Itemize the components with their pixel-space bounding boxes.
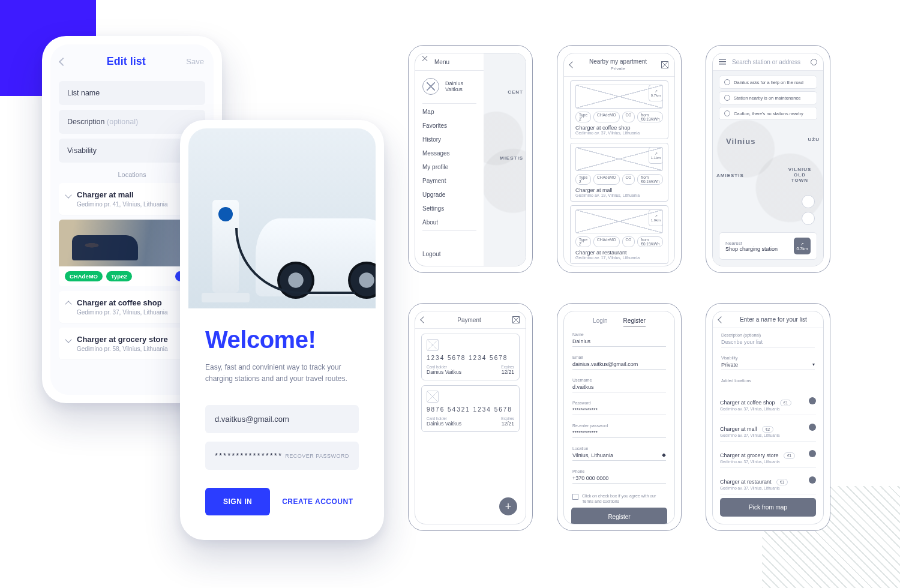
chip-chademo: CHAdeMO xyxy=(65,271,103,281)
wireframe-payment: Payment 1234 5678 1234 5678 Card holderD… xyxy=(408,303,533,531)
tab-register[interactable]: Register xyxy=(623,317,646,326)
recover-password-link[interactable]: RECOVER PASSWORD xyxy=(285,453,349,459)
credit-card[interactable]: 9876 54321 1234 5678 Card holderDainius … xyxy=(421,385,520,432)
added-location[interactable]: Charger at mall €2Gedimino av. 37, Vilni… xyxy=(720,419,816,442)
menu-item[interactable]: Upgrade xyxy=(415,188,484,202)
terms-checkbox[interactable]: Click on check box if you agree with our… xyxy=(572,493,666,504)
wireframe-register: LoginRegister NameDainius Emaildainius.v… xyxy=(557,303,682,531)
added-location[interactable]: Charger at restaurant €1Gedimino av. 37,… xyxy=(720,472,816,494)
search-icon[interactable] xyxy=(811,59,817,65)
description-field[interactable]: Describe your list xyxy=(721,337,815,347)
remove-icon[interactable] xyxy=(809,397,816,404)
wireframe-map-search: Search station or address Dainius asks f… xyxy=(706,45,830,273)
location-field[interactable]: Vilnius, Lithuania◆ xyxy=(572,451,666,461)
remove-icon[interactable] xyxy=(809,450,816,457)
back-icon[interactable] xyxy=(59,57,67,65)
tab-login[interactable]: Login xyxy=(593,317,607,326)
back-icon[interactable] xyxy=(420,316,427,323)
credit-card[interactable]: 1234 5678 1234 5678 Card holderDainius V… xyxy=(421,334,520,380)
menu-item[interactable]: History xyxy=(415,133,484,146)
username-field[interactable]: d.vaitkus xyxy=(572,382,666,392)
description-field[interactable]: Description (optional) xyxy=(59,110,205,134)
notification[interactable]: Station nearby is on maintenance xyxy=(719,91,817,104)
chevron-down-icon xyxy=(65,191,71,198)
map-preview: CENT MIESTIS xyxy=(484,53,526,266)
page-title: Edit list xyxy=(107,55,146,68)
chevron-up-icon xyxy=(65,301,71,307)
card-icon[interactable] xyxy=(512,316,520,323)
logout-link[interactable]: Logout xyxy=(415,247,484,261)
menu-item[interactable]: Messages xyxy=(415,146,484,160)
sign-in-button[interactable]: SIGN IN xyxy=(205,488,270,515)
wireframe-new-list: Enter a name for your list Description (… xyxy=(706,303,830,531)
notification[interactable]: Dainius asks for a help on the road xyxy=(719,76,817,89)
save-button[interactable]: Save xyxy=(186,57,204,66)
welcome-heading: Welcome! xyxy=(205,326,359,353)
wireframe-nearby: Nearby my apartmentPrivate Type 2CHAdeMO… xyxy=(557,45,682,273)
navigate-icon[interactable]: ↗0.7km xyxy=(794,238,811,254)
nearest-card[interactable]: NearestShop charging station ↗0.7km xyxy=(719,232,817,260)
chip-type2: Type2 xyxy=(106,271,132,281)
create-account-link[interactable]: CREATE ACCOUNT xyxy=(282,497,353,506)
newlist-title: Enter a name for your list xyxy=(730,316,817,323)
menu-items: MapFavoritesHistoryMessagesMy profilePay… xyxy=(415,105,484,229)
name-field[interactable]: Dainius xyxy=(572,337,666,347)
menu-item[interactable]: Payment xyxy=(415,174,484,188)
menu-item[interactable]: Settings xyxy=(415,202,484,215)
map[interactable]: Dainius asks for a help on the road Stat… xyxy=(713,71,823,266)
navigate-icon[interactable]: ↗0.7km xyxy=(649,85,663,101)
notification[interactable]: Caution, there's no stations nearby xyxy=(719,107,817,120)
search-input[interactable]: Search station or address xyxy=(732,59,805,65)
menu-item[interactable]: Map xyxy=(415,105,484,119)
wireframe-menu: Menu DainiusVaitkus MapFavoritesHistoryM… xyxy=(408,45,533,273)
nearby-items: Type 2CHAdeMOCOfrom €0.19/kWh Charger at… xyxy=(564,77,674,266)
welcome-tagline: Easy, fast and convinient way to track y… xyxy=(205,362,359,385)
grid-icon[interactable] xyxy=(661,61,668,68)
hero-image xyxy=(188,128,376,308)
password-field[interactable]: ************ xyxy=(572,405,666,415)
added-location[interactable]: Charger at coffee shop €1Gedimino av. 37… xyxy=(720,392,816,415)
email-field[interactable]: d.vaitkus@gmail.com xyxy=(205,405,359,433)
station-card[interactable]: Type 2CHAdeMOCOfrom €0.19/kWh Charger at… xyxy=(570,143,668,202)
navigate-icon[interactable]: ↗1.1km xyxy=(649,147,663,164)
phone-field[interactable]: +370 000 0000 xyxy=(572,473,666,484)
menu-item[interactable]: About xyxy=(415,215,484,229)
register-button[interactable]: Register xyxy=(571,508,667,524)
menu-item[interactable]: Favorites xyxy=(415,119,484,133)
locate-icon[interactable] xyxy=(802,195,815,208)
close-icon[interactable] xyxy=(421,58,428,65)
avatar xyxy=(422,78,439,95)
navigate-icon[interactable]: ↗1.9km xyxy=(649,209,663,226)
remove-icon[interactable] xyxy=(809,476,816,484)
chevron-down-icon xyxy=(65,336,71,343)
pick-from-map-button[interactable]: Pick from map xyxy=(720,498,816,517)
station-card[interactable]: Type 2CHAdeMOCOfrom €0.19/kWh Charger at… xyxy=(570,80,668,139)
email-field[interactable]: dainius.vaitkus@gmail.com xyxy=(572,359,666,370)
mockup-welcome: Welcome! Easy, fast and convinient way t… xyxy=(180,120,384,540)
add-card-button[interactable]: + xyxy=(499,497,517,515)
layers-icon[interactable] xyxy=(802,212,815,225)
list-name-field[interactable]: List name xyxy=(59,81,205,105)
user-block[interactable]: DainiusVaitkus xyxy=(415,71,484,102)
charging-station-graphic xyxy=(212,200,239,293)
back-icon[interactable] xyxy=(569,61,575,68)
payment-title: Payment xyxy=(432,317,506,323)
hamburger-icon[interactable] xyxy=(719,58,726,65)
menu-title: Menu xyxy=(434,59,478,65)
nearby-title: Nearby my apartmentPrivate xyxy=(581,58,655,71)
remove-icon[interactable] xyxy=(809,424,816,431)
added-location[interactable]: Charger at grocery store €1Gedimino av. … xyxy=(720,445,816,468)
visibility-select[interactable]: Private▾ xyxy=(721,360,815,370)
menu-item[interactable]: My profile xyxy=(415,160,484,174)
password-field[interactable]: **************** RECOVER PASSWORD xyxy=(205,442,359,470)
back-icon[interactable] xyxy=(718,316,724,323)
password-confirm-field[interactable]: ************ xyxy=(572,428,666,438)
station-card[interactable]: Type 2CHAdeMOCOfrom €0.19/kWh Charger at… xyxy=(570,205,668,264)
